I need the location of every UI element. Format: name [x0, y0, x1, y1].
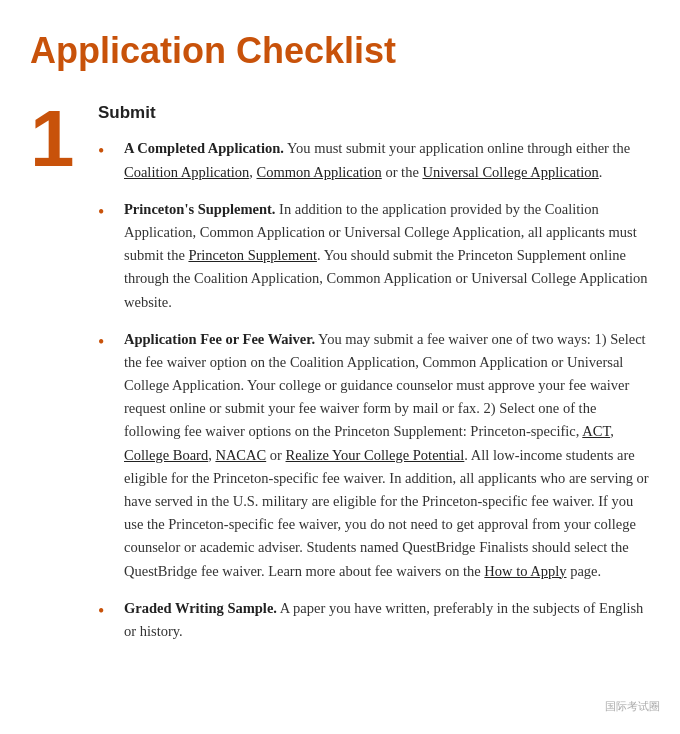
- common-application-link[interactable]: Common Application: [257, 164, 382, 180]
- list-item: • Application Fee or Fee Waiver. You may…: [98, 328, 650, 583]
- section-content: Submit • A Completed Application. You mu…: [98, 99, 650, 657]
- universal-college-application-link[interactable]: Universal College Application: [422, 164, 598, 180]
- section-heading: Submit: [98, 103, 650, 123]
- item-completed-application: A Completed Application. You must submit…: [124, 137, 650, 183]
- list-item: • Princeton's Supplement. In addition to…: [98, 198, 650, 314]
- bullet-icon: •: [98, 199, 116, 227]
- item-application-fee: Application Fee or Fee Waiver. You may s…: [124, 328, 650, 583]
- college-board-link[interactable]: College Board: [124, 447, 208, 463]
- checklist-list: • A Completed Application. You must subm…: [98, 137, 650, 643]
- section-number: 1: [30, 99, 90, 657]
- realize-your-college-potential-link[interactable]: Realize Your College Potential: [286, 447, 465, 463]
- list-item: • A Completed Application. You must subm…: [98, 137, 650, 183]
- bullet-icon: •: [98, 138, 116, 166]
- item-bold-label: A Completed Application.: [124, 140, 284, 156]
- list-item: • Graded Writing Sample. A paper you hav…: [98, 597, 650, 643]
- watermark: 国际考试圈: [605, 699, 660, 714]
- item-bold-label: Graded Writing Sample.: [124, 600, 277, 616]
- act-link[interactable]: ACT: [582, 423, 610, 439]
- how-to-apply-link[interactable]: How to Apply: [484, 563, 566, 579]
- item-bold-label: Princeton's Supplement.: [124, 201, 275, 217]
- section-1: 1 Submit • A Completed Application. You …: [30, 99, 650, 657]
- princeton-supplement-link[interactable]: Princeton Supplement: [188, 247, 316, 263]
- item-graded-writing-sample: Graded Writing Sample. A paper you have …: [124, 597, 650, 643]
- page-title: Application Checklist: [30, 30, 650, 71]
- item-princeton-supplement: Princeton's Supplement. In addition to t…: [124, 198, 650, 314]
- coalition-application-link[interactable]: Coalition Application: [124, 164, 249, 180]
- bullet-icon: •: [98, 329, 116, 357]
- bullet-icon: •: [98, 598, 116, 626]
- nacac-link[interactable]: NACAC: [215, 447, 266, 463]
- item-bold-label: Application Fee or Fee Waiver.: [124, 331, 315, 347]
